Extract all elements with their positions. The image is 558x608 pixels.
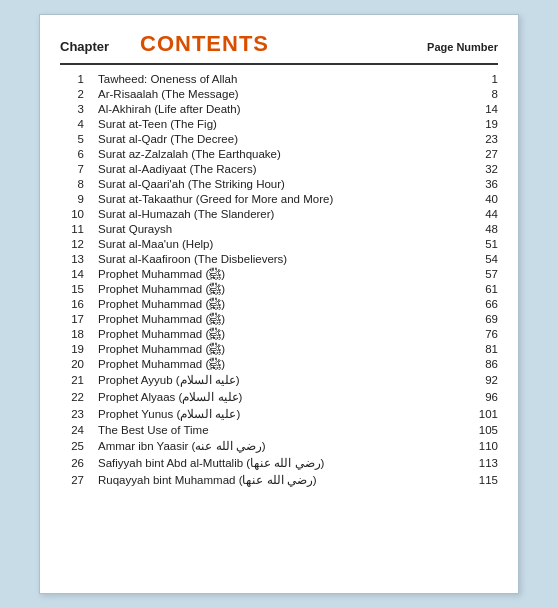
chapter-title: Prophet Muhammad (ﷺ) <box>98 268 466 280</box>
chapter-number: 6 <box>60 148 98 160</box>
chapter-number: 14 <box>60 268 98 280</box>
chapter-title: Surat Quraysh <box>98 223 466 235</box>
table-row: 16 Prophet Muhammad (ﷺ) 66 <box>60 296 498 311</box>
chapter-title: Prophet Muhammad (ﷺ) <box>98 298 466 310</box>
table-row: 26 Safiyyah bint Abd al-Muttalib (رضي ال… <box>60 454 498 471</box>
chapter-title: Surat at-Teen (The Fig) <box>98 118 466 130</box>
chapter-number: 18 <box>60 328 98 340</box>
chapter-title: Surat al-Qadr (The Decree) <box>98 133 466 145</box>
chapter-number: 23 <box>60 408 98 420</box>
page-number: 27 <box>466 148 498 160</box>
contents-header: Chapter CONTENTS Page Number <box>60 31 498 65</box>
page-number: 110 <box>466 440 498 452</box>
chapter-title: Prophet Muhammad (ﷺ) <box>98 313 466 325</box>
chapter-number: 22 <box>60 391 98 403</box>
chapter-title: The Best Use of Time <box>98 424 466 436</box>
table-row: 9 Surat at-Takaathur (Greed for More and… <box>60 191 498 206</box>
chapter-title: Prophet Muhammad (ﷺ) <box>98 328 466 340</box>
table-row: 10 Surat al-Humazah (The Slanderer) 44 <box>60 206 498 221</box>
chapter-number: 25 <box>60 440 98 452</box>
page-number: 76 <box>466 328 498 340</box>
table-row: 18 Prophet Muhammad (ﷺ) 76 <box>60 326 498 341</box>
chapter-title: Prophet Muhammad (ﷺ) <box>98 343 466 355</box>
chapter-title: Surat al-Aadiyaat (The Racers) <box>98 163 466 175</box>
chapter-number: 24 <box>60 424 98 436</box>
page-number: 101 <box>466 408 498 420</box>
table-row: 25 Ammar ibn Yaasir (رضي الله عنه) 110 <box>60 437 498 454</box>
chapter-number: 17 <box>60 313 98 325</box>
chapter-number: 19 <box>60 343 98 355</box>
book-page: Chapter CONTENTS Page Number 1 Tawheed: … <box>39 14 519 594</box>
page-number: 54 <box>466 253 498 265</box>
chapter-number: 11 <box>60 223 98 235</box>
page-number: 23 <box>466 133 498 145</box>
chapter-number: 15 <box>60 283 98 295</box>
table-row: 27 Ruqayyah bint Muhammad (رضي الله عنها… <box>60 471 498 488</box>
table-row: 4 Surat at-Teen (The Fig) 19 <box>60 116 498 131</box>
page-number: 48 <box>466 223 498 235</box>
table-row: 14 Prophet Muhammad (ﷺ) 57 <box>60 266 498 281</box>
page-number: 115 <box>466 474 498 486</box>
table-row: 21 Prophet Ayyub (عليه السلام) 92 <box>60 371 498 388</box>
chapter-title: Prophet Muhammad (ﷺ) <box>98 358 466 370</box>
chapter-number: 4 <box>60 118 98 130</box>
chapter-number: 21 <box>60 374 98 386</box>
page-number: 40 <box>466 193 498 205</box>
table-row: 20 Prophet Muhammad (ﷺ) 86 <box>60 356 498 371</box>
page-number: 113 <box>466 457 498 469</box>
page-number: 51 <box>466 238 498 250</box>
table-row: 13 Surat al-Kaafiroon (The Disbelievers)… <box>60 251 498 266</box>
contents-title: CONTENTS <box>140 31 427 57</box>
chapter-title: Surat al-Maa'un (Help) <box>98 238 466 250</box>
chapter-number: 3 <box>60 103 98 115</box>
page-number: 61 <box>466 283 498 295</box>
table-row: 12 Surat al-Maa'un (Help) 51 <box>60 236 498 251</box>
chapter-title: Ammar ibn Yaasir (رضي الله عنه) <box>98 439 466 453</box>
chapter-title: Ar-Risaalah (The Message) <box>98 88 466 100</box>
chapter-number: 1 <box>60 73 98 85</box>
page-number: 105 <box>466 424 498 436</box>
table-row: 24 The Best Use of Time 105 <box>60 422 498 437</box>
chapter-number: 7 <box>60 163 98 175</box>
page-number: 86 <box>466 358 498 370</box>
table-row: 5 Surat al-Qadr (The Decree) 23 <box>60 131 498 146</box>
chapter-number: 9 <box>60 193 98 205</box>
table-row: 2 Ar-Risaalah (The Message) 8 <box>60 86 498 101</box>
chapter-number: 26 <box>60 457 98 469</box>
chapter-number: 8 <box>60 178 98 190</box>
chapter-number: 12 <box>60 238 98 250</box>
chapter-header-label: Chapter <box>60 39 140 54</box>
table-row: 23 Prophet Yunus (عليه السلام) 101 <box>60 405 498 422</box>
chapter-number: 27 <box>60 474 98 486</box>
table-row: 15 Prophet Muhammad (ﷺ) 61 <box>60 281 498 296</box>
chapter-title: Prophet Muhammad (ﷺ) <box>98 283 466 295</box>
chapter-title: Surat al-Humazah (The Slanderer) <box>98 208 466 220</box>
chapter-title: Surat al-Qaari'ah (The Striking Hour) <box>98 178 466 190</box>
chapter-title: Tawheed: Oneness of Allah <box>98 73 466 85</box>
chapter-number: 20 <box>60 358 98 370</box>
page-number: 69 <box>466 313 498 325</box>
table-row: 19 Prophet Muhammad (ﷺ) 81 <box>60 341 498 356</box>
page-number: 32 <box>466 163 498 175</box>
chapter-title: Al-Akhirah (Life after Death) <box>98 103 466 115</box>
table-row: 8 Surat al-Qaari'ah (The Striking Hour) … <box>60 176 498 191</box>
page-number: 44 <box>466 208 498 220</box>
page-number: 92 <box>466 374 498 386</box>
table-row: 11 Surat Quraysh 48 <box>60 221 498 236</box>
chapter-title: Prophet Alyaas (عليه السلام) <box>98 390 466 404</box>
chapter-title: Ruqayyah bint Muhammad (رضي الله عنها) <box>98 473 466 487</box>
page-number: 57 <box>466 268 498 280</box>
chapter-title: Surat at-Takaathur (Greed for More and M… <box>98 193 466 205</box>
table-row: 1 Tawheed: Oneness of Allah 1 <box>60 71 498 86</box>
chapter-title: Surat al-Kaafiroon (The Disbelievers) <box>98 253 466 265</box>
page-number: 14 <box>466 103 498 115</box>
page-number: 36 <box>466 178 498 190</box>
chapter-number: 2 <box>60 88 98 100</box>
page-number: 1 <box>466 73 498 85</box>
page-number-header-label: Page Number <box>427 41 498 53</box>
table-row: 3 Al-Akhirah (Life after Death) 14 <box>60 101 498 116</box>
page-number: 8 <box>466 88 498 100</box>
chapter-number: 16 <box>60 298 98 310</box>
page-number: 96 <box>466 391 498 403</box>
table-row: 17 Prophet Muhammad (ﷺ) 69 <box>60 311 498 326</box>
